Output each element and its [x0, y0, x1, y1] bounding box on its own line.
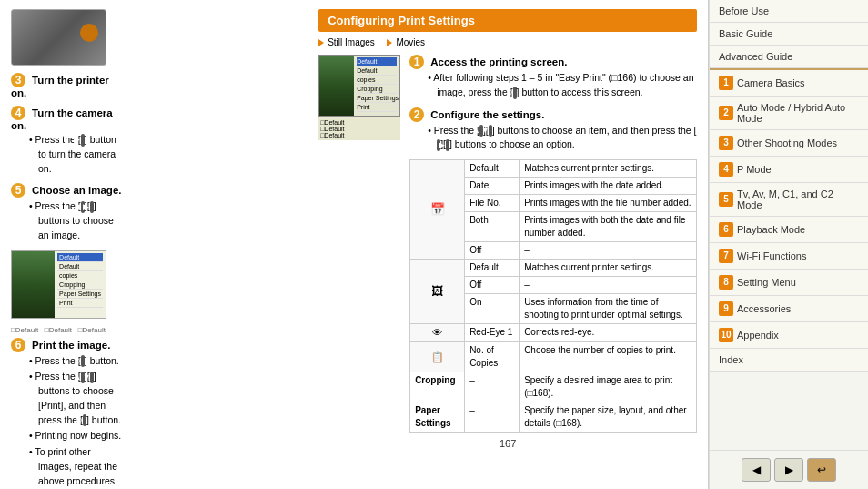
desc-copies: Choose the number of copies to print. [520, 342, 697, 372]
chapter-num-1: 1 [719, 76, 733, 90]
step-title-6: Print the image. [32, 340, 110, 351]
preview-bottom: □Default □Default □Default [318, 117, 400, 140]
step-6-bullet-4: To print other images, repeat the above … [29, 445, 123, 489]
screen-menu: Default Default copies Cropping Paper Se… [55, 251, 106, 318]
sidebar-item-ch10[interactable]: 10 Appendix [710, 322, 868, 349]
chapter-num-6: 6 [719, 222, 733, 237]
option-off1: Off [465, 242, 520, 260]
step-6-bullet-3: Printing now begins. [29, 429, 123, 443]
chapter-num-9: 9 [719, 301, 733, 316]
step-4-bullet-1: Press the [▶] button to turn the camera … [29, 133, 123, 176]
camera-screen: Default Default copies Cropping Paper Se… [11, 250, 106, 319]
option-both: Both [465, 212, 520, 242]
next-page-button[interactable]: ▶ [774, 458, 803, 482]
desc-opt-on: Uses information from the time of shooti… [520, 294, 697, 324]
chapter-num-7: 7 [719, 249, 733, 263]
preview-image: Default Default copies Cropping Paper Se… [318, 55, 400, 117]
desc-date: Prints images with the date added. [520, 178, 697, 195]
chapter-label-7: Wi-Fi Functions [737, 250, 806, 261]
preview-item-print: Print [357, 103, 397, 112]
prev-page-button[interactable]: ◀ [742, 458, 771, 482]
chapter-label-6: Playback Mode [737, 224, 805, 235]
sidebar-item-ch8[interactable]: 8 Setting Menu [710, 270, 868, 296]
chapter-num-8: 8 [719, 275, 733, 290]
config-instructions: 1 Access the printing screen. After foll… [409, 55, 697, 433]
sidebar-item-ch7[interactable]: 7 Wi-Fi Functions [710, 243, 868, 270]
config-layout: Default Default copies Cropping Paper Se… [318, 55, 697, 433]
chapter-num-3: 3 [719, 136, 733, 150]
chapter-label-10: Appendix [737, 330, 779, 341]
table-row-redeye: 👁 Red-Eye 1 Corrects red-eye. [410, 324, 697, 342]
sidebar-item-ch3[interactable]: 3 Other Shooting Modes [710, 130, 868, 157]
step-number-5: 5 [11, 183, 25, 198]
option-cropping: Cropping [410, 372, 465, 402]
config-step-title-2: Configure the settings. [430, 109, 544, 120]
still-arrow-icon [318, 39, 324, 46]
preview-item-default: Default [357, 57, 397, 66]
step-title-4: Turn the camera on. [11, 107, 113, 131]
preview-overlay: Default Default copies Cropping Paper Se… [354, 56, 399, 117]
sidebar-item-ch2[interactable]: 2 Auto Mode / Hybrid Auto Mode [710, 97, 868, 130]
settings-table: 📅 Default Matches current printer settin… [409, 159, 697, 433]
config-step1-bullet: After following steps 1 – 5 in "Easy Pri… [428, 71, 697, 100]
preview-item-copies: copies [357, 76, 397, 85]
page-number: 167 [318, 438, 697, 449]
desc-off1: – [520, 242, 697, 260]
date-icon-cell: 📅 [410, 160, 465, 260]
desc-cropping: Specify a desired image area to print (□… [520, 372, 697, 402]
sidebar-item-ch6[interactable]: 6 Playback Mode [710, 217, 868, 243]
chapter-num-5: 5 [719, 192, 733, 207]
desc-both: Prints images with both the date and fil… [520, 212, 697, 242]
main-content: 3 Turn the printer on. 4 Turn the camera… [0, 0, 709, 489]
sidebar-item-ch1[interactable]: 1 Camera Basics [710, 70, 868, 97]
section-header: Configuring Print Settings [318, 9, 697, 32]
screen-menu-copies: copies [57, 271, 103, 280]
option-crop-dash: – [465, 372, 520, 402]
config-step-number-1: 1 [409, 55, 424, 69]
option-paper-dash: – [465, 402, 520, 433]
chapter-num-2: 2 [719, 106, 733, 120]
table-row-optimize-default: 🖼 Default Matches current printer settin… [410, 260, 697, 277]
option-copies: No. of Copies [465, 342, 520, 372]
screen-menu-default: Default [57, 253, 103, 262]
step-5-body: Press the [◀][▶] buttons to choose an im… [29, 199, 123, 242]
sidebar-nav-buttons: ◀ ▶ ↩ [710, 450, 868, 489]
chapter-label-1: Camera Basics [737, 77, 805, 88]
option-opt-default: Default [465, 260, 520, 277]
back-button[interactable]: ↩ [807, 458, 836, 482]
sidebar-item-basic-guide[interactable]: Basic Guide [710, 23, 868, 46]
config-step2-bullet: Press the [▲][▼] buttons to choose an it… [428, 124, 697, 153]
preview-item-cropping: Cropping [357, 85, 397, 94]
config-step-number-2: 2 [409, 107, 424, 122]
chapter-label-8: Setting Menu [737, 277, 796, 288]
movies-tab[interactable]: Movies [396, 37, 425, 47]
sidebar-top-items: Before Use Basic Guide Advanced Guide [710, 0, 868, 70]
table-row-date-default: 📅 Default Matches current printer settin… [410, 160, 697, 178]
sidebar-item-before-use[interactable]: Before Use [710, 0, 868, 23]
sidebar-item-ch5[interactable]: 5 Tv, Av, M, C1, and C2 Mode [710, 183, 868, 217]
sidebar-item-index[interactable]: Index [710, 349, 868, 372]
config-preview: Default Default copies Cropping Paper Se… [318, 55, 400, 433]
step-number-3: 3 [11, 73, 25, 87]
step-number-6: 6 [11, 338, 25, 352]
desc-fileno: Prints images with the file number added… [520, 195, 697, 212]
config-step-1: 1 Access the printing screen. After foll… [409, 55, 697, 100]
sidebar-item-advanced-guide[interactable]: Advanced Guide [710, 46, 868, 68]
desc-opt-off: – [520, 277, 697, 294]
still-images-tab[interactable]: Still Images [328, 37, 375, 47]
sidebar-item-ch4[interactable]: 4 P Mode [710, 157, 868, 183]
option-fileno: File No. [465, 195, 520, 212]
option-date: Date [465, 178, 520, 195]
screen-menu-cropping: Cropping [57, 280, 103, 290]
sidebar: Before Use Basic Guide Advanced Guide 1 … [709, 0, 868, 489]
desc-opt-default: Matches current printer settings. [520, 260, 697, 277]
step-6-bullet-2: Press the [▲][▼] buttons to choose [Prin… [29, 370, 123, 427]
desc-paper: Specify the paper size, layout, and othe… [520, 402, 697, 433]
option-opt-off: Off [465, 277, 520, 294]
chapter-label-4: P Mode [737, 164, 772, 175]
option-redeye: Red-Eye 1 [465, 324, 520, 342]
camera-image [11, 9, 106, 66]
sidebar-item-ch9[interactable]: 9 Accessories [710, 296, 868, 322]
step-title-3: Turn the printer on. [11, 75, 109, 98]
step-title-5: Choose an image. [32, 185, 121, 196]
